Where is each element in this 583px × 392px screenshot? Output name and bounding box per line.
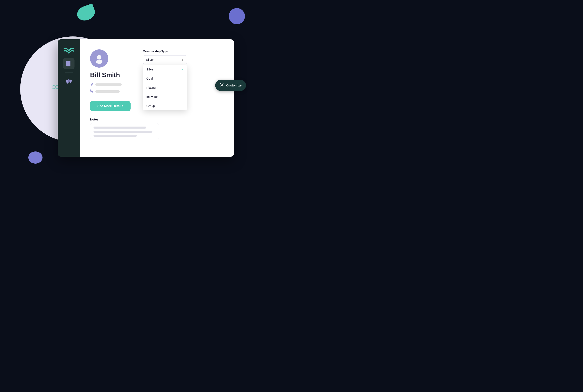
dropdown-item-gold[interactable]: Gold <box>143 74 187 83</box>
bg-blob-purple-tr <box>229 8 245 24</box>
phone-icon <box>90 89 93 94</box>
dropdown-selected-value: Silver <box>146 58 154 61</box>
sidebar-logo[interactable] <box>63 45 74 56</box>
address-placeholder <box>95 84 122 86</box>
profile-left: Bill Smith <box>90 50 130 111</box>
membership-dropdown-trigger[interactable]: Silver ⇧ <box>143 55 187 64</box>
customize-button[interactable]: Customize <box>215 80 246 91</box>
check-icon: ✓ <box>181 68 184 71</box>
location-icon <box>90 82 93 87</box>
option-group-label: Group <box>146 104 155 108</box>
bg-blob-teal <box>75 4 97 23</box>
notes-line-2 <box>93 130 152 132</box>
bg-blob-purple-bl <box>28 152 42 164</box>
option-silver-label: Silver <box>146 68 155 71</box>
svg-line-3 <box>52 86 52 86</box>
dropdown-item-silver[interactable]: Silver ✓ <box>143 65 187 74</box>
phone-placeholder <box>95 90 120 93</box>
customize-label: Customize <box>226 84 241 87</box>
sidebar-item-document[interactable] <box>63 58 74 69</box>
dropdown-item-individual[interactable]: Individual <box>143 92 187 101</box>
dropdown-item-platinum[interactable]: Platinum <box>143 83 187 92</box>
svg-point-13 <box>97 55 101 60</box>
avatar <box>90 50 108 68</box>
main-content: Bill Smith <box>80 39 234 157</box>
chevron-up-icon: ⇧ <box>182 58 184 61</box>
notes-line-3 <box>93 135 137 137</box>
see-more-button[interactable]: See More Details <box>90 101 130 111</box>
membership-label: Membership Type <box>143 50 224 53</box>
phone-row <box>90 89 130 94</box>
svg-point-16 <box>221 84 223 86</box>
svg-rect-12 <box>67 64 69 64</box>
gear-icon <box>220 82 224 88</box>
membership-section: Membership Type Silver ⇧ Silver ✓ Gold <box>143 50 224 64</box>
app-container: Bill Smith <box>58 39 234 157</box>
option-individual-label: Individual <box>146 95 159 98</box>
notes-box[interactable] <box>90 123 159 140</box>
profile-section: Bill Smith <box>90 50 224 111</box>
option-gold-label: Gold <box>146 77 153 80</box>
notes-section: Notes <box>90 118 224 140</box>
sidebar-divider <box>65 72 73 73</box>
svg-point-14 <box>96 60 102 64</box>
user-name: Bill Smith <box>90 71 130 79</box>
address-row <box>90 82 130 87</box>
membership-dropdown-menu: Silver ✓ Gold Platinum Individual <box>143 65 187 110</box>
svg-point-15 <box>91 83 92 84</box>
notes-line-1 <box>93 126 146 128</box>
sidebar <box>58 39 80 157</box>
dropdown-wrapper: Silver ⇧ Silver ✓ Gold Platinum <box>143 55 187 64</box>
option-platinum-label: Platinum <box>146 86 158 89</box>
notes-label: Notes <box>90 118 224 121</box>
svg-rect-11 <box>67 63 70 64</box>
svg-point-0 <box>52 86 55 89</box>
sidebar-item-users[interactable] <box>63 76 74 87</box>
dropdown-item-group[interactable]: Group <box>143 101 187 110</box>
svg-rect-10 <box>67 62 70 62</box>
